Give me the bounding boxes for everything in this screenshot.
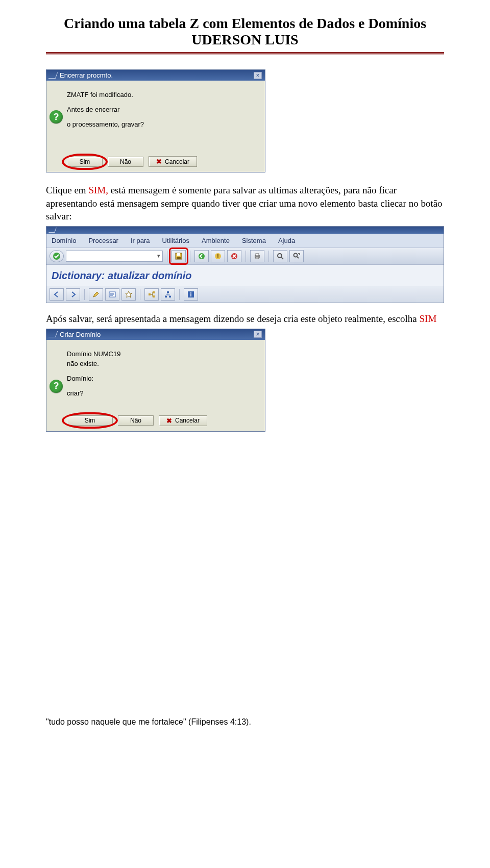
dialog-title: Criar Domínio bbox=[60, 331, 101, 338]
check-icon[interactable] bbox=[105, 288, 119, 301]
nav-back-icon[interactable] bbox=[50, 288, 64, 301]
window-icon bbox=[48, 72, 58, 79]
dialog-title: Encerrar procmto. bbox=[60, 71, 113, 79]
sim-text: SIM, bbox=[88, 185, 108, 195]
svg-rect-19 bbox=[169, 296, 171, 297]
svg-rect-16 bbox=[153, 295, 155, 297]
separator bbox=[179, 289, 180, 300]
svg-point-12 bbox=[294, 253, 298, 257]
dialog-titlebar: Criar Domínio × bbox=[46, 329, 265, 340]
close-icon[interactable]: × bbox=[254, 72, 262, 79]
exit-icon[interactable] bbox=[211, 250, 225, 262]
separator bbox=[268, 251, 269, 262]
cancel-icon: ✖ bbox=[166, 417, 172, 425]
back-icon[interactable] bbox=[194, 250, 209, 262]
question-icon: ? bbox=[50, 380, 63, 393]
where-used-icon[interactable] bbox=[144, 288, 159, 301]
enter-icon[interactable] bbox=[50, 250, 64, 262]
dialog-line: ZMATF foi modificado. bbox=[67, 91, 259, 98]
toolbar-secondary: i bbox=[46, 286, 444, 303]
dialog-titlebar: Encerrar procmto. × bbox=[46, 70, 265, 81]
find-icon[interactable] bbox=[273, 250, 287, 262]
svg-rect-17 bbox=[167, 291, 169, 293]
svg-rect-10 bbox=[256, 257, 259, 259]
page-author: UDERSON LUIS bbox=[46, 32, 444, 48]
nav-fwd-icon[interactable] bbox=[66, 288, 80, 301]
menu-ambiente[interactable]: Ambiente bbox=[202, 237, 230, 244]
sim-highlight: Sim bbox=[67, 157, 103, 167]
sap-app-window: Domínio Processar Ir para Utilitários Am… bbox=[46, 226, 444, 303]
separator bbox=[140, 289, 140, 300]
sim-text: SIM bbox=[419, 313, 436, 324]
window-icon bbox=[48, 331, 58, 337]
svg-rect-9 bbox=[256, 254, 259, 256]
close-icon[interactable]: × bbox=[254, 331, 262, 338]
print-icon[interactable] bbox=[250, 250, 264, 262]
save-icon[interactable] bbox=[172, 250, 186, 262]
button-label: Não bbox=[130, 417, 141, 424]
svg-rect-18 bbox=[165, 296, 167, 297]
sim-button[interactable]: Sim bbox=[67, 415, 113, 426]
window-icon bbox=[48, 228, 57, 233]
button-label: Não bbox=[120, 158, 131, 165]
display-change-icon[interactable] bbox=[89, 288, 103, 301]
dropdown-icon: ▾ bbox=[157, 253, 160, 259]
header-rule bbox=[46, 52, 444, 55]
dialog-line: não existe. bbox=[67, 360, 259, 367]
paragraph-1: Clique em SIM, está mensagem é somente p… bbox=[46, 184, 444, 223]
dialog-line: Domínio NUMC19 bbox=[67, 350, 259, 358]
sim-button[interactable]: Sim bbox=[67, 157, 103, 167]
command-input[interactable]: ▾ bbox=[66, 251, 163, 262]
info-icon[interactable]: i bbox=[184, 288, 198, 301]
activate-icon[interactable] bbox=[121, 288, 136, 301]
menu-dominio[interactable]: Domínio bbox=[52, 237, 76, 244]
dialog-buttons: Sim Não ✖Cancelar bbox=[46, 411, 265, 431]
svg-text:i: i bbox=[190, 291, 191, 297]
separator bbox=[84, 289, 85, 300]
dialog-line: Antes de encerrar bbox=[67, 106, 259, 113]
paragraph-2: Após salvar, será apresentada a mensagem… bbox=[46, 312, 444, 326]
dialog-line: Domínio: bbox=[67, 375, 259, 382]
separator bbox=[190, 251, 190, 262]
button-label: Cancelar bbox=[165, 158, 189, 165]
page-header: Criando uma tabela Z com Elementos de Da… bbox=[46, 15, 444, 48]
cancel-icon: ✖ bbox=[156, 158, 162, 165]
text: Clique em bbox=[46, 185, 88, 195]
button-label: Sim bbox=[80, 158, 90, 165]
separator bbox=[246, 251, 246, 262]
page-title: Criando uma tabela Z com Elementos de Da… bbox=[46, 15, 444, 32]
sim-highlight: Sim bbox=[67, 415, 113, 426]
dialog-line: o processamento, gravar? bbox=[67, 120, 259, 128]
menu-sistema[interactable]: Sistema bbox=[242, 237, 266, 244]
nao-button[interactable]: Não bbox=[108, 157, 143, 167]
cancel-button[interactable]: ✖Cancelar bbox=[149, 156, 197, 167]
dialog-encerrar: Encerrar procmto. × ZMATF foi modificado… bbox=[46, 69, 265, 172]
menu-utilitarios[interactable]: Utilitários bbox=[162, 237, 189, 244]
page-footer: "tudo posso naquele que me fortalece" (F… bbox=[46, 717, 444, 727]
dialog-body: Domínio NUMC19 não existe. ? Domínio: cr… bbox=[46, 340, 265, 411]
svg-rect-2 bbox=[177, 253, 180, 256]
svg-point-6 bbox=[217, 257, 218, 258]
menu-processar[interactable]: Processar bbox=[88, 237, 118, 244]
nao-button[interactable]: Não bbox=[118, 415, 154, 426]
menu-irpara[interactable]: Ir para bbox=[131, 237, 150, 244]
page-heading: Dictionary: atualizar domínio bbox=[46, 265, 444, 286]
cancel-icon[interactable] bbox=[227, 250, 241, 262]
text: Após salvar, será apresentada a mensagem… bbox=[46, 313, 419, 324]
cancel-button[interactable]: ✖Cancelar bbox=[159, 415, 207, 426]
menu-ajuda[interactable]: Ajuda bbox=[278, 237, 295, 244]
button-label: Sim bbox=[85, 417, 95, 424]
hierarchy-icon[interactable] bbox=[161, 288, 175, 301]
button-label: Cancelar bbox=[175, 417, 200, 424]
svg-rect-15 bbox=[153, 291, 155, 293]
app-titlebar bbox=[46, 227, 444, 234]
svg-rect-14 bbox=[149, 293, 151, 295]
question-icon: ? bbox=[50, 110, 63, 123]
dialog-criar-dominio: Criar Domínio × Domínio NUMC19 não exist… bbox=[46, 329, 265, 432]
dialog-line: criar? bbox=[67, 389, 259, 397]
svg-rect-3 bbox=[177, 257, 181, 259]
menu-bar: Domínio Processar Ir para Utilitários Am… bbox=[46, 234, 444, 247]
svg-point-11 bbox=[278, 254, 282, 258]
find-next-icon[interactable] bbox=[289, 250, 304, 262]
svg-rect-1 bbox=[176, 253, 182, 259]
